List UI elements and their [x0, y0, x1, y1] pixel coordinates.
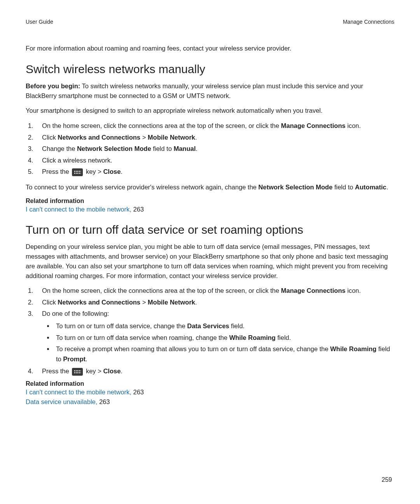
step-text: Change the: [42, 145, 77, 152]
related-link-line: I can't connect to the mobile network, 2…: [26, 205, 394, 214]
blackberry-key-icon: [72, 168, 83, 176]
step-bold: While Roaming: [229, 334, 275, 341]
step-text: Press the: [42, 368, 71, 374]
step-bold: Networks and Connections: [58, 134, 140, 141]
step-text: key >: [84, 168, 103, 175]
steps-data-service: On the home screen, click the connection…: [26, 286, 394, 376]
page-header: User Guide Manage Connections: [26, 19, 394, 25]
step-4: Click a wireless network.: [35, 156, 394, 166]
step-text: To turn on or turn off data service when…: [56, 334, 229, 341]
step-4: Press the key > Close.: [35, 366, 394, 376]
step-text: icon.: [345, 287, 360, 294]
step-text: On the home screen, click the connection…: [42, 287, 281, 294]
step-text: .: [196, 145, 198, 152]
step-bold: Data Services: [187, 322, 229, 329]
related-link-line: Data service unavailable, 263: [26, 397, 394, 407]
step-bold: Close: [103, 168, 121, 175]
step-text: To connect to your wireless service prov…: [26, 184, 258, 191]
step-bold: Mobile Network: [148, 299, 195, 306]
link-cant-connect-mobile[interactable]: I can't connect to the mobile network,: [26, 206, 131, 213]
steps-switch-networks: On the home screen, click the connection…: [26, 121, 394, 177]
step-text: >: [140, 134, 148, 141]
step-bold: While Roaming: [330, 345, 376, 352]
related-info-heading: Related information: [26, 198, 394, 205]
step-text: .: [195, 299, 197, 306]
related-page-number: 263: [97, 398, 110, 405]
bullet-while-roaming: To turn on or turn off data service when…: [54, 333, 394, 343]
step-text: field.: [229, 322, 245, 329]
step-text: .: [195, 134, 197, 141]
section-title-switch-networks: Switch wireless networks manually: [26, 63, 394, 76]
substeps: To turn on or turn off data service, cha…: [42, 321, 394, 364]
step-3: Do one of the following: To turn on or t…: [35, 309, 394, 364]
step-1: On the home screen, click the connection…: [35, 121, 394, 131]
step-bold: Network Selection Mode: [77, 145, 151, 152]
step-text: field to: [151, 145, 174, 152]
data-service-paragraph: Depending on your wireless service plan,…: [26, 242, 394, 280]
section-title-data-service: Turn on or turn off data service or set …: [26, 223, 394, 236]
step-text: On the home screen, click the connection…: [42, 122, 281, 129]
step-text: Do one of the following:: [42, 310, 109, 317]
related-link-line: I can't connect to the mobile network, 2…: [26, 387, 394, 397]
step-bold: Automatic: [355, 184, 387, 191]
step-text: .: [121, 168, 122, 175]
step-3: Change the Network Selection Mode field …: [35, 144, 394, 154]
step-5: Press the key > Close.: [35, 167, 394, 177]
step-2: Click Networks and Connections > Mobile …: [35, 133, 394, 143]
link-data-service-unavailable[interactable]: Data service unavailable,: [26, 398, 97, 405]
auto-switch-note: Your smartphone is designed to switch to…: [26, 106, 394, 116]
step-text: >: [140, 299, 148, 306]
step-text: .: [86, 355, 88, 362]
step-bold: Prompt: [63, 355, 86, 362]
step-text: Click: [42, 134, 58, 141]
step-bold: Manual: [173, 145, 196, 152]
step-text: Press the: [42, 168, 71, 175]
step-text: To receive a prompt when roaming that al…: [56, 345, 330, 352]
link-cant-connect-mobile[interactable]: I can't connect to the mobile network,: [26, 388, 131, 396]
header-right: Manage Connections: [343, 19, 394, 25]
step-text: field to: [332, 184, 355, 191]
related-info-heading: Related information: [26, 380, 394, 387]
step-text: Click: [42, 299, 58, 306]
intro-paragraph: For more information about roaming and r…: [26, 44, 394, 53]
step-text: .: [387, 184, 388, 191]
step-bold: Manage Connections: [281, 122, 346, 129]
before-label: Before you begin:: [26, 82, 80, 89]
step-text: key >: [84, 368, 103, 374]
header-left: User Guide: [26, 19, 53, 25]
step-bold: Mobile Network: [148, 134, 195, 141]
step-text: field.: [276, 334, 291, 341]
bullet-data-services: To turn on or turn off data service, cha…: [54, 321, 394, 331]
blackberry-key-icon: [72, 368, 83, 376]
before-you-begin: Before you begin: To switch wireless net…: [26, 81, 394, 101]
step-2: Click Networks and Connections > Mobile …: [35, 298, 394, 308]
bullet-prompt: To receive a prompt when roaming that al…: [54, 344, 394, 364]
step-text: icon.: [345, 122, 360, 129]
step-bold: Close: [103, 368, 121, 374]
step-text: .: [121, 368, 122, 374]
step-bold: Networks and Connections: [58, 299, 140, 306]
step-text: To turn on or turn off data service, cha…: [56, 322, 187, 329]
related-page-number: 263: [131, 206, 144, 213]
reconnect-note: To connect to your wireless service prov…: [26, 182, 394, 192]
step-bold: Manage Connections: [281, 287, 346, 294]
document-page: User Guide Manage Connections For more i…: [0, 0, 420, 504]
related-page-number: 263: [131, 388, 144, 396]
step-1: On the home screen, click the connection…: [35, 286, 394, 296]
step-bold: Network Selection Mode: [258, 184, 332, 191]
page-number: 259: [26, 476, 394, 483]
